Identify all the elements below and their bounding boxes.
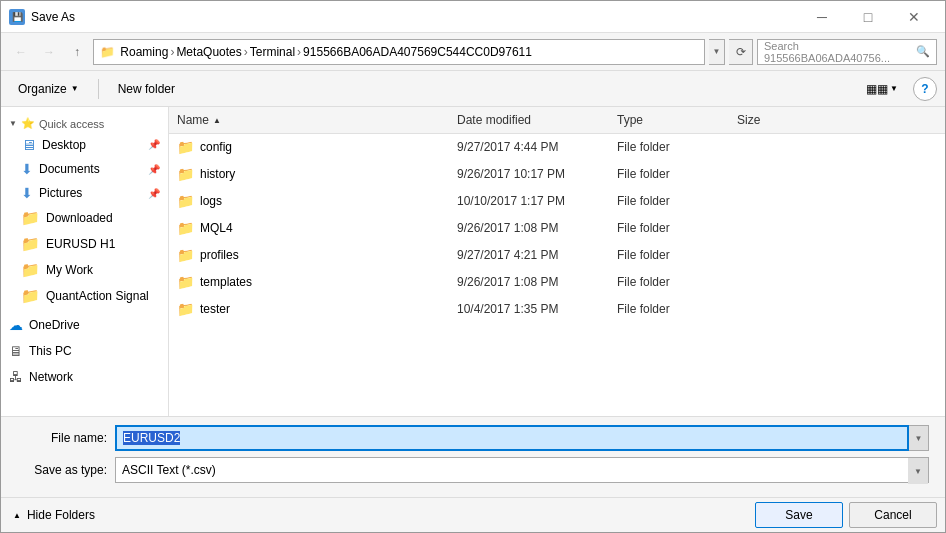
savetype-row: Save as type: ASCII Text (*.csv) ▼ — [17, 457, 929, 483]
sidebar-item-desktop[interactable]: 🖥 Desktop 📌 — [1, 132, 168, 157]
search-icon: 🔍 — [916, 45, 930, 58]
pin-icon-documents: 📌 — [148, 164, 160, 175]
savetype-select[interactable]: ASCII Text (*.csv) ▼ — [115, 457, 929, 483]
forward-button[interactable]: → — [37, 40, 61, 64]
col-header-type[interactable]: Type — [609, 111, 729, 129]
file-size — [729, 307, 809, 311]
view-icon: ▦▦ — [866, 82, 888, 96]
filename-dropdown[interactable]: ▼ — [909, 425, 929, 451]
pictures-label: Pictures — [39, 186, 82, 200]
table-row[interactable]: 📁 profiles 9/27/2017 4:21 PM File folder — [169, 242, 945, 269]
file-list-header: Name ▲ Date modified Type Size — [169, 107, 945, 134]
file-date: 9/27/2017 4:21 PM — [449, 246, 609, 264]
file-size — [729, 253, 809, 257]
documents-label: Documents — [39, 162, 100, 176]
filename-input[interactable] — [115, 425, 909, 451]
folder-icon: 📁 — [177, 301, 194, 317]
save-button[interactable]: Save — [755, 502, 843, 528]
sort-arrow: ▲ — [213, 116, 221, 125]
sidebar-item-network[interactable]: 🖧 Network — [1, 365, 168, 389]
sidebar: ▼ ⭐ Quick access 🖥 Desktop 📌 ⬇ Documents… — [1, 107, 169, 416]
breadcrumb-roaming: 📁 Roaming — [100, 45, 168, 59]
pictures-icon: ⬇ — [21, 185, 33, 201]
search-box[interactable]: Search 915566BA06ADA40756... 🔍 — [757, 39, 937, 65]
onedrive-label: OneDrive — [29, 318, 80, 332]
quick-access-label: Quick access — [39, 118, 104, 130]
pin-icon-desktop: 📌 — [148, 139, 160, 150]
col-name-label: Name — [177, 113, 209, 127]
file-name: 📁 config — [169, 137, 449, 157]
eurusd-icon: 📁 — [21, 235, 40, 253]
documents-icon: ⬇ — [21, 161, 33, 177]
sidebar-item-thispc[interactable]: 🖥 This PC — [1, 339, 168, 363]
refresh-button[interactable]: ⟳ — [729, 39, 753, 65]
filename-label: File name: — [17, 431, 107, 445]
folder-icon: 📁 — [177, 193, 194, 209]
savetype-value: ASCII Text (*.csv) — [122, 463, 216, 477]
organize-label: Organize — [18, 82, 67, 96]
quick-access-icon: ⭐ — [21, 117, 35, 130]
downloaded-label: Downloaded — [46, 211, 113, 225]
organize-button[interactable]: Organize ▼ — [9, 77, 88, 101]
quantaction-label: QuantAction Signal — [46, 289, 149, 303]
back-button[interactable]: ← — [9, 40, 33, 64]
quick-access-header[interactable]: ▼ ⭐ Quick access — [1, 111, 168, 132]
close-button[interactable]: ✕ — [891, 1, 937, 33]
help-button[interactable]: ? — [913, 77, 937, 101]
downloaded-icon: 📁 — [21, 209, 40, 227]
table-row[interactable]: 📁 templates 9/26/2017 1:08 PM File folde… — [169, 269, 945, 296]
col-header-name[interactable]: Name ▲ — [169, 111, 449, 129]
table-row[interactable]: 📁 tester 10/4/2017 1:35 PM File folder — [169, 296, 945, 323]
file-name: 📁 tester — [169, 299, 449, 319]
sidebar-item-pictures[interactable]: ⬇ Pictures 📌 — [1, 181, 168, 205]
file-date: 10/4/2017 1:35 PM — [449, 300, 609, 318]
new-folder-button[interactable]: New folder — [109, 77, 184, 101]
sidebar-item-mywork[interactable]: 📁 My Work — [1, 257, 168, 283]
main-content: ▼ ⭐ Quick access 🖥 Desktop 📌 ⬇ Documents… — [1, 107, 945, 416]
file-date: 9/26/2017 1:08 PM — [449, 273, 609, 291]
breadcrumb[interactable]: 📁 Roaming › MetaQuotes › Terminal › 9155… — [93, 39, 705, 65]
file-type: File folder — [609, 192, 729, 210]
filename-row: File name: ▼ — [17, 425, 929, 451]
file-type: File folder — [609, 246, 729, 264]
hide-folders-button[interactable]: ▲ Hide Folders — [9, 504, 99, 526]
breadcrumb-terminal: Terminal — [250, 45, 295, 59]
file-date: 9/26/2017 1:08 PM — [449, 219, 609, 237]
folder-icon: 📁 — [177, 220, 194, 236]
file-type: File folder — [609, 219, 729, 237]
file-list: Name ▲ Date modified Type Size 📁 config — [169, 107, 945, 416]
sidebar-item-downloaded[interactable]: 📁 Downloaded — [1, 205, 168, 231]
table-row[interactable]: 📁 history 9/26/2017 10:17 PM File folder — [169, 161, 945, 188]
footer-row: ▲ Hide Folders Save Cancel — [1, 497, 945, 532]
view-toggle[interactable]: ▦▦ ▼ — [859, 77, 905, 101]
sidebar-item-eurusd[interactable]: 📁 EURUSD H1 — [1, 231, 168, 257]
file-name: 📁 profiles — [169, 245, 449, 265]
save-as-dialog: 💾 Save As ─ □ ✕ ← → ↑ 📁 Roaming › MetaQu… — [0, 0, 946, 533]
onedrive-icon: ☁ — [9, 317, 23, 333]
maximize-button[interactable]: □ — [845, 1, 891, 33]
up-button[interactable]: ↑ — [65, 40, 89, 64]
sidebar-item-onedrive[interactable]: ☁ OneDrive — [1, 313, 168, 337]
breadcrumb-sep2: › — [244, 45, 248, 59]
sidebar-item-quantaction[interactable]: 📁 QuantAction Signal — [1, 283, 168, 309]
view-arrow: ▼ — [890, 84, 898, 93]
desktop-icon: 🖥 — [21, 136, 36, 153]
folder-icon: 📁 — [177, 247, 194, 263]
table-row[interactable]: 📁 MQL4 9/26/2017 1:08 PM File folder — [169, 215, 945, 242]
organize-arrow: ▼ — [71, 84, 79, 93]
toolbar-separator — [98, 79, 99, 99]
address-dropdown[interactable]: ▼ — [709, 39, 725, 65]
table-row[interactable]: 📁 logs 10/10/2017 1:17 PM File folder — [169, 188, 945, 215]
savetype-arrow: ▼ — [908, 458, 928, 484]
cancel-button[interactable]: Cancel — [849, 502, 937, 528]
col-header-size[interactable]: Size — [729, 111, 809, 129]
table-row[interactable]: 📁 config 9/27/2017 4:44 PM File folder — [169, 134, 945, 161]
savetype-label: Save as type: — [17, 463, 107, 477]
pin-icon-pictures: 📌 — [148, 188, 160, 199]
col-header-date[interactable]: Date modified — [449, 111, 609, 129]
sidebar-item-documents[interactable]: ⬇ Documents 📌 — [1, 157, 168, 181]
thispc-icon: 🖥 — [9, 343, 23, 359]
file-type: File folder — [609, 300, 729, 318]
file-name: 📁 history — [169, 164, 449, 184]
minimize-button[interactable]: ─ — [799, 1, 845, 33]
